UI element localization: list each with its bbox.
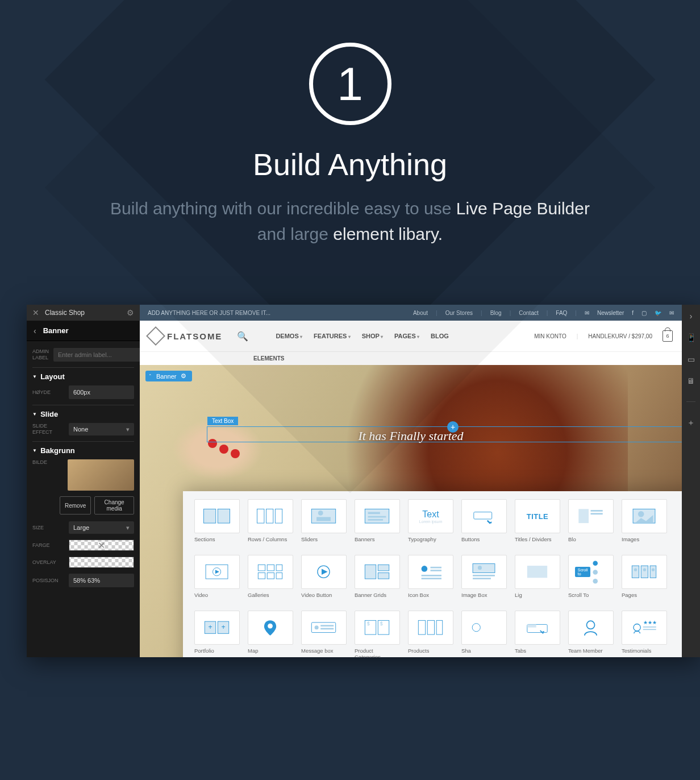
library-thumb-icon: TITLE [515, 499, 560, 533]
textbox-label: Text Box [207, 417, 238, 425]
library-label: Team Member [568, 645, 614, 657]
library-card[interactable]: Image Box [461, 555, 507, 603]
svg-rect-4 [276, 509, 282, 524]
hoyde-input[interactable]: 600px [69, 385, 134, 399]
remove-button[interactable]: Remove [60, 496, 91, 515]
subnav-elements[interactable]: ELEMENTS [140, 352, 682, 365]
library-card[interactable]: Pages [622, 555, 667, 603]
library-label: Titles / Dividers [515, 533, 560, 547]
library-card[interactable]: Banners [355, 499, 400, 547]
gear-icon[interactable]: ⚙ [127, 308, 134, 317]
topbar-link[interactable]: Blog [490, 310, 502, 316]
brand-text: FLATSOME [167, 331, 222, 341]
library-card[interactable]: Tabs [515, 611, 560, 657]
library-card[interactable]: Images [622, 499, 667, 547]
brand-logo[interactable]: FLATSOME [149, 329, 222, 343]
nav-pages[interactable]: PAGES [394, 333, 419, 339]
library-card[interactable]: Map [248, 611, 293, 657]
library-card[interactable]: Rows / Columns [248, 499, 293, 547]
posisjon-input[interactable]: 58% 63% [69, 574, 134, 587]
svg-point-68 [587, 621, 595, 629]
library-card[interactable]: Video Button [301, 555, 347, 603]
topbar-link[interactable]: Contact [519, 310, 538, 316]
section-slide[interactable]: Slide [32, 405, 134, 423]
svg-text:$: $ [380, 621, 383, 627]
announcement-text: ADD ANYTHING HERE OR JUST REMOVE IT... [148, 310, 270, 316]
library-card[interactable]: Icon Box [408, 555, 453, 603]
twitter-icon[interactable]: 🐦 [655, 310, 661, 316]
library-card[interactable]: Sha [461, 611, 507, 657]
tablet-icon[interactable]: ▭ [688, 355, 695, 364]
library-card[interactable]: Message box [301, 611, 347, 657]
library-card[interactable]: Blo [568, 499, 614, 547]
farge-swatch[interactable] [69, 540, 134, 551]
library-card[interactable]: Scroll toScroll To [568, 555, 614, 603]
change-media-button[interactable]: Change media [94, 496, 134, 515]
section-layout[interactable]: Layout [32, 367, 134, 385]
element-library: SectionsRows / ColumnsSlidersBannersText… [183, 491, 682, 657]
library-card[interactable]: Buttons [461, 499, 507, 547]
account-link[interactable]: MIN KONTO [534, 333, 566, 339]
nav-blog[interactable]: BLOG [431, 333, 449, 339]
library-card[interactable]: Sections [194, 499, 240, 547]
size-select[interactable]: Large [69, 521, 134, 534]
chevron-up-icon[interactable]: ˄ [149, 374, 152, 379]
svg-rect-43 [632, 566, 639, 578]
newsletter-link[interactable]: Newsletter [597, 310, 624, 316]
library-card[interactable]: Video [194, 555, 240, 603]
chevron-right-icon[interactable]: › [690, 312, 693, 321]
nav-shop[interactable]: SHOP [362, 333, 383, 339]
gear-icon[interactable]: ⚙ [181, 372, 186, 380]
library-label: Tabs [515, 645, 560, 657]
library-thumb-icon [301, 611, 347, 645]
cart-link[interactable]: HANDLEKURV / $297,00 [588, 333, 652, 339]
nav-demos[interactable]: DEMOS [276, 333, 302, 339]
topbar-link[interactable]: About [413, 310, 428, 316]
slide-effect-select[interactable]: None [69, 423, 134, 435]
plus-icon[interactable]: ＋ [687, 418, 695, 428]
library-card[interactable]: ++Portfolio [194, 611, 240, 657]
main-nav: DEMOS FEATURES SHOP PAGES BLOG [276, 333, 448, 339]
svg-rect-35 [473, 564, 495, 573]
back-icon[interactable]: ‹ [34, 326, 36, 335]
mobile-icon[interactable]: 📱 [686, 333, 696, 342]
svg-rect-27 [365, 565, 376, 579]
svg-rect-29 [378, 573, 389, 579]
canvas[interactable]: ˄ Banner ⚙ Text Box + It has Finally sta… [140, 365, 682, 657]
nav-features[interactable]: FEATURES [314, 333, 351, 339]
library-card[interactable]: $$Product Categories [355, 611, 400, 657]
topbar-link[interactable]: FAQ [556, 310, 567, 316]
library-card[interactable]: Lig [515, 555, 560, 603]
svg-rect-28 [378, 565, 389, 571]
element-pill-banner[interactable]: ˄ Banner ⚙ [145, 371, 192, 381]
overlay-swatch[interactable] [69, 557, 134, 568]
library-label: Buttons [461, 533, 507, 547]
desktop-icon[interactable]: 🖥 [687, 376, 695, 385]
instagram-icon[interactable]: ▢ [641, 310, 647, 316]
library-label: Images [622, 533, 667, 547]
library-card[interactable]: Team Member [568, 611, 614, 657]
svg-text:+: + [209, 624, 213, 632]
posisjon-label: POSISJON [32, 578, 64, 584]
svg-point-41 [593, 570, 598, 575]
section-bakgrunn[interactable]: Bakgrunn [32, 441, 134, 459]
close-icon[interactable]: ✕ [32, 308, 39, 317]
search-icon[interactable]: 🔍 [237, 331, 248, 342]
library-card[interactable]: TextLorem ipsumTypography [408, 499, 453, 547]
admin-label-input[interactable] [53, 348, 140, 362]
library-thumb-icon: Scroll to [568, 555, 614, 589]
library-card[interactable]: Galleries [248, 555, 293, 603]
library-card[interactable]: Sliders [301, 499, 347, 547]
bilde-thumbnail[interactable] [68, 459, 134, 491]
library-card[interactable]: TITLETitles / Dividers [515, 499, 560, 547]
library-card[interactable]: Products [408, 611, 453, 657]
topbar-link[interactable]: Our Stores [445, 310, 473, 316]
mail-icon[interactable]: ✉ [585, 310, 589, 316]
library-label: Banner Grids [355, 589, 400, 603]
library-card[interactable]: Banner Grids [355, 555, 400, 603]
library-card[interactable]: ★★★Testimonials [622, 611, 667, 657]
mail-icon[interactable]: ✉ [669, 310, 674, 316]
svg-rect-13 [579, 509, 589, 524]
cart-icon[interactable]: 6 [663, 330, 673, 342]
facebook-icon[interactable]: f [632, 310, 634, 316]
